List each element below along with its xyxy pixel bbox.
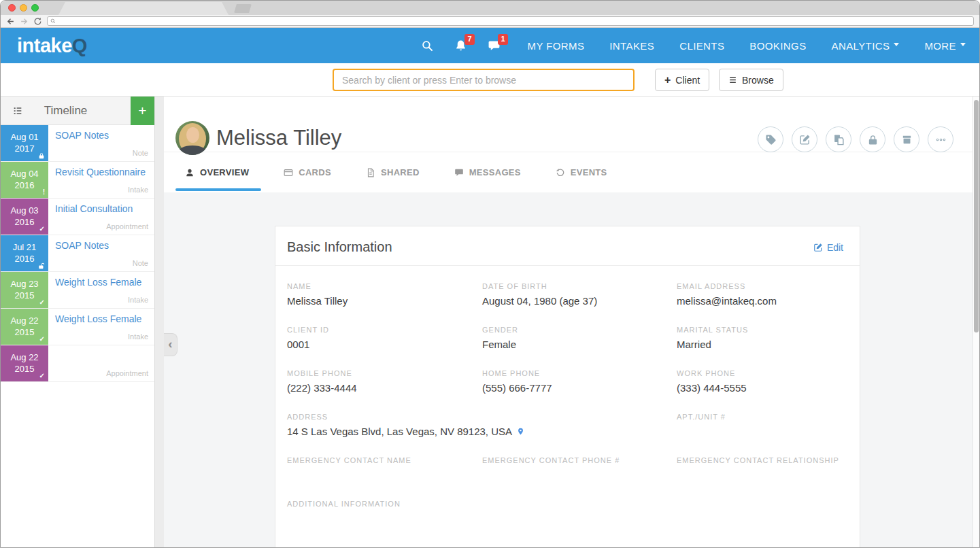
history-icon — [556, 168, 565, 177]
window-minimize-button[interactable] — [20, 4, 27, 12]
nav-bookings[interactable]: BOOKINGS — [749, 40, 806, 52]
tag-button[interactable] — [758, 126, 783, 152]
timeline-item-type: Intake — [128, 296, 148, 304]
window-zoom-button[interactable] — [31, 4, 39, 12]
field-work-phone: WORK PHONE(333) 444-5555 — [677, 369, 843, 394]
timeline-item[interactable]: Aug 222015 ✓ Appointment — [1, 345, 154, 382]
app-header: intakeQ 7 1 MY FORMS INTAKES CLIENTS BOO… — [1, 28, 979, 63]
timeline-item-title[interactable]: Revisit Questionnaire — [55, 167, 146, 177]
nav-my-forms[interactable]: MY FORMS — [528, 40, 585, 52]
field-marital-status: MARITAL STATUSMarried — [677, 326, 843, 351]
tab-events[interactable]: EVENTS — [556, 152, 607, 192]
ellipsis-icon — [935, 134, 947, 145]
timeline-item[interactable]: Aug 032016 ✓ Initial Consultation Appoin… — [1, 199, 154, 235]
timeline-item-title[interactable]: Initial Consultation — [55, 203, 133, 214]
url-search-icon — [50, 18, 56, 24]
browser-toolbar — [1, 15, 979, 28]
edit-basic-info-button[interactable]: Edit — [813, 242, 843, 253]
date-badge: Aug 032016 ✓ — [1, 199, 48, 235]
sidebar-gutter — [155, 97, 164, 548]
refresh-icon[interactable] — [33, 17, 42, 26]
edit-icon — [813, 243, 823, 252]
browser-tab-bar — [1, 1, 979, 15]
forward-icon[interactable] — [20, 17, 29, 26]
add-timeline-item-button[interactable]: + — [131, 97, 154, 125]
back-icon[interactable] — [6, 17, 15, 26]
list-icon — [728, 75, 737, 84]
timeline-title: Timeline — [1, 104, 131, 118]
field-name: NAMEMelissa Tilley — [287, 282, 482, 307]
search-icon[interactable] — [421, 39, 434, 52]
client-search-input[interactable] — [333, 69, 635, 91]
client-actions — [758, 126, 953, 152]
client-panel: Melissa Tilley — [164, 97, 973, 548]
timeline-item-type: Intake — [128, 332, 148, 341]
client-search-row: + Client Browse — [1, 63, 979, 97]
archive-button[interactable] — [894, 126, 919, 152]
scrollbar-track[interactable] — [973, 97, 979, 548]
tab-cards[interactable]: CARDS — [284, 152, 331, 192]
sidebar-collapse-handle[interactable]: ‹ — [164, 333, 178, 356]
timeline-item-title[interactable]: Weight Loss Female — [55, 277, 141, 288]
basic-information-card: Basic Information Edit NAMEMelissa Tille… — [275, 226, 860, 548]
nav-clients[interactable]: CLIENTS — [679, 40, 724, 52]
field-additional-information: ADDITIONAL INFORMATION — [287, 500, 843, 525]
tab-messages[interactable]: MESSAGES — [454, 152, 521, 192]
new-tab-button[interactable] — [234, 4, 252, 13]
field-address: ADDRESS 14 S Las Vegas Blvd, Las Vegas, … — [287, 413, 677, 438]
field-emergency-relationship: EMERGENCY CONTACT RELATIONSHIP — [677, 456, 843, 481]
check-icon: ✓ — [39, 226, 45, 233]
browse-button[interactable]: Browse — [719, 69, 783, 91]
field-emergency-name: EMERGENCY CONTACT NAME — [287, 456, 482, 481]
timeline-item[interactable]: Aug 222015 ✓ Weight Loss Female Intake — [1, 309, 154, 345]
lock-button[interactable] — [860, 126, 885, 152]
window-close-button[interactable] — [8, 4, 16, 12]
page-title: Melissa Tilley — [216, 126, 341, 150]
field-client-id: CLIENT ID0001 — [287, 326, 482, 351]
more-button[interactable] — [928, 126, 953, 152]
timeline-item[interactable]: Aug 042016 ! Revisit Questionnaire Intak… — [1, 162, 154, 199]
browser-tab[interactable] — [58, 2, 229, 15]
edit-button[interactable] — [792, 126, 817, 152]
date-badge: Jul 212016 — [1, 235, 48, 271]
duplicate-button[interactable] — [826, 126, 851, 152]
lock-icon — [38, 152, 45, 159]
tab-shared[interactable]: SHARED — [366, 152, 420, 192]
add-client-button[interactable]: + Client — [655, 69, 709, 91]
plus-icon: + — [664, 75, 671, 86]
date-badge: Aug 042016 ! — [1, 162, 48, 198]
nav-intakes[interactable]: INTAKES — [609, 40, 654, 52]
card-title: Basic Information — [287, 239, 392, 255]
timeline-item[interactable]: Jul 212016 SOAP Notes Note — [1, 235, 154, 272]
chat-icon — [454, 168, 464, 177]
nav-analytics[interactable]: ANALYTICS — [832, 40, 900, 52]
timeline-item-title[interactable]: SOAP Notes — [55, 240, 109, 251]
browser-window: intakeQ 7 1 MY FORMS INTAKES CLIENTS BOO… — [0, 0, 980, 548]
nav-more[interactable]: MORE — [924, 40, 966, 52]
timeline-item[interactable]: Aug 232015 ✓ Weight Loss Female Intake — [1, 272, 154, 309]
exclamation-icon: ! — [43, 189, 45, 196]
url-bar[interactable] — [47, 16, 974, 26]
field-home-phone: HOME PHONE(555) 666-7777 — [482, 369, 677, 394]
timeline-item-type: Note — [133, 259, 148, 267]
timeline-item-title[interactable]: SOAP Notes — [55, 130, 109, 141]
messages-bubble-icon[interactable]: 1 — [488, 39, 501, 52]
timeline-item-type: Note — [133, 149, 148, 157]
tag-icon — [765, 134, 777, 145]
tab-overview[interactable]: OVERVIEW — [185, 152, 249, 192]
date-badge: Aug 012017 — [1, 125, 48, 161]
avatar[interactable] — [175, 121, 209, 155]
timeline-sidebar: Timeline + Aug 012017 SOAP Notes Note Au… — [1, 97, 155, 548]
timeline-item-type: Appointment — [106, 222, 148, 230]
field-apt-unit: APT./UNIT # — [677, 413, 843, 438]
client-tabs: OVERVIEW CARDS SHARED MESSAGES EVENTS — [164, 152, 973, 192]
copy-icon — [833, 134, 845, 145]
notifications-bell-icon[interactable]: 7 — [454, 39, 467, 52]
basic-info-grid: NAMEMelissa Tilley DATE OF BIRTHAugust 0… — [275, 266, 860, 548]
scrollbar-thumb[interactable] — [974, 100, 979, 332]
timeline-item[interactable]: Aug 012017 SOAP Notes Note — [1, 125, 154, 162]
map-pin-icon[interactable] — [517, 426, 524, 436]
timeline-item-title[interactable]: Weight Loss Female — [55, 313, 141, 324]
intakeq-logo[interactable]: intakeQ — [17, 35, 87, 57]
chevron-down-icon — [894, 43, 899, 49]
